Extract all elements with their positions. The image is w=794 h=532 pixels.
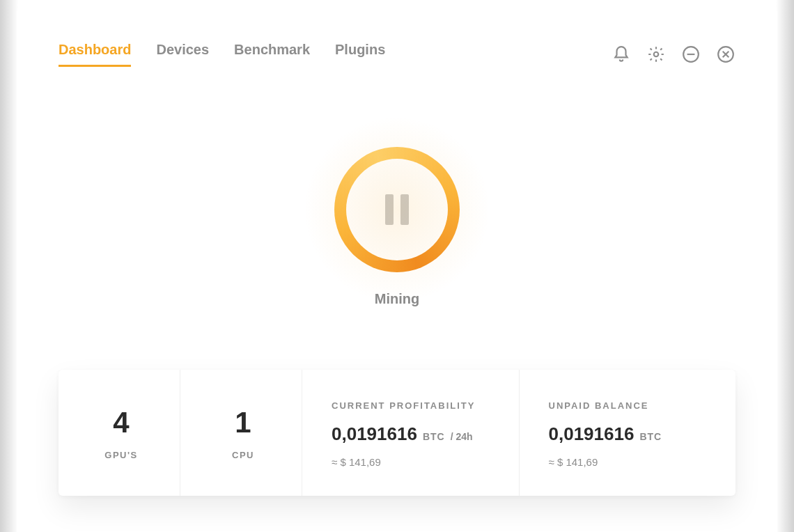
stat-gpu-card: 4 GPU'S bbox=[59, 370, 180, 496]
close-icon[interactable] bbox=[716, 45, 735, 64]
balance-approx: ≈ $ 141,69 bbox=[549, 456, 711, 468]
nav-tabs: Dashboard Devices Benchmark Plugins bbox=[59, 42, 385, 67]
balance-unit: BTC bbox=[639, 431, 662, 442]
stat-cpu-card: 1 CPU bbox=[180, 370, 302, 496]
tab-plugins[interactable]: Plugins bbox=[335, 42, 385, 67]
gpu-count: 4 bbox=[113, 408, 129, 437]
profitability-amount: 0,0191616 bbox=[332, 423, 417, 445]
tab-benchmark[interactable]: Benchmark bbox=[234, 42, 310, 67]
mining-area: Mining bbox=[59, 143, 735, 307]
profitability-unit: BTC bbox=[423, 431, 445, 442]
app-window: Dashboard Devices Benchmark Plugins bbox=[17, 0, 777, 532]
stat-balance-card: UNPAID BALANCE 0,0191616 BTC ≈ $ 141,69 bbox=[520, 370, 736, 496]
pause-icon bbox=[385, 194, 409, 225]
balance-title: UNPAID BALANCE bbox=[549, 400, 711, 411]
tab-dashboard[interactable]: Dashboard bbox=[59, 42, 131, 67]
bell-icon[interactable] bbox=[612, 45, 631, 64]
stat-profitability-card: CURRENT PROFITABILITY 0,0191616 BTC / 24… bbox=[302, 370, 520, 496]
stats-row: 4 GPU'S 1 CPU CURRENT PROFITABILITY 0,01… bbox=[59, 370, 735, 496]
tab-devices[interactable]: Devices bbox=[156, 42, 209, 67]
cpu-count: 1 bbox=[235, 408, 251, 437]
profitability-approx: ≈ $ 141,69 bbox=[332, 456, 494, 468]
mining-toggle-button[interactable] bbox=[331, 143, 463, 276]
balance-value: 0,0191616 BTC bbox=[549, 423, 711, 445]
gear-icon[interactable] bbox=[646, 45, 666, 64]
balance-amount: 0,0191616 bbox=[549, 423, 635, 445]
profitability-title: CURRENT PROFITABILITY bbox=[332, 400, 494, 411]
gpu-label: GPU'S bbox=[104, 450, 137, 460]
top-nav: Dashboard Devices Benchmark Plugins bbox=[59, 42, 735, 67]
minimize-icon[interactable] bbox=[681, 45, 701, 64]
profitability-value: 0,0191616 BTC / 24h bbox=[332, 423, 494, 445]
profitability-per: / 24h bbox=[451, 431, 473, 442]
mining-status-label: Mining bbox=[375, 291, 419, 307]
nav-icons bbox=[612, 45, 735, 64]
svg-point-0 bbox=[654, 52, 659, 57]
cpu-label: CPU bbox=[232, 450, 254, 460]
